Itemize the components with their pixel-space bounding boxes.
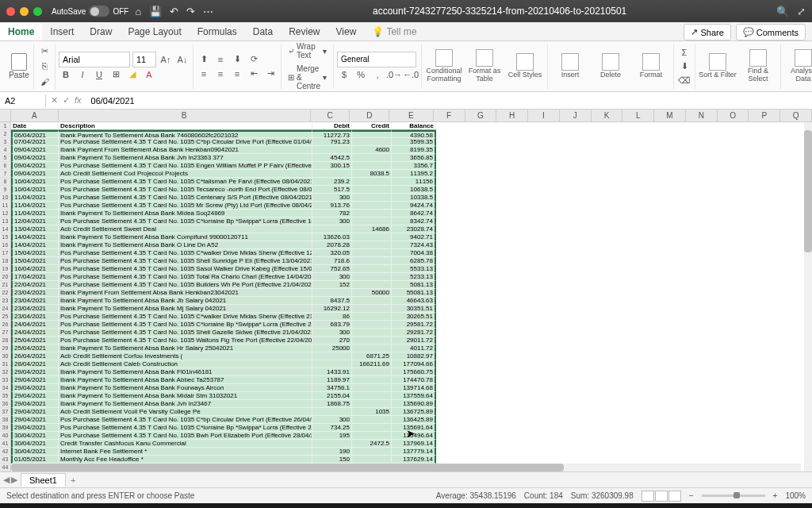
row-header[interactable]: 42 [0,448,11,456]
align-top-icon[interactable]: ⬆ [197,52,211,67]
border-icon[interactable]: ⊞ [109,67,123,82]
cell[interactable] [352,194,392,202]
search-icon[interactable]: 🔍 [776,6,789,17]
increase-decimal-icon[interactable]: .0→ [387,67,401,82]
row-header[interactable]: 27 [0,329,11,337]
cell[interactable]: 152 [312,281,352,289]
cell[interactable]: 190 [312,448,352,456]
cell[interactable]: Pos Purchase Settlement 4.35 T Card No. … [59,321,312,329]
cell[interactable]: 30/04/2021 [11,448,59,456]
cell[interactable]: 29/04/2021 [11,424,59,432]
cell[interactable]: 137779.14 [392,448,436,456]
cell[interactable]: 25000 [312,344,352,352]
sheet-tab[interactable]: Sheet1 [21,473,66,487]
cell[interactable]: Pos Purchase Settlement 4.35 T Card No. … [59,424,312,432]
number-format-select[interactable] [337,52,416,67]
find-select-button[interactable]: Find & Select [739,49,777,83]
cell[interactable]: 34756.1 [312,384,352,392]
cell[interactable]: 752.65 [312,265,352,273]
cell[interactable] [352,233,392,241]
cell[interactable]: 29/04/2021 [11,368,59,376]
cell[interactable]: 15/04/2021 [11,249,59,257]
minimize-icon[interactable] [20,7,29,16]
cell[interactable]: Acb Credit Settlement Corfou Investments… [59,352,312,360]
name-box[interactable]: A2 [0,94,46,107]
formula-input[interactable]: 06/04/2021 [86,94,812,107]
cell[interactable] [352,217,392,225]
cell[interactable]: 10/04/2021 [11,186,59,194]
cell[interactable]: 29/04/2021 [11,416,59,424]
cell[interactable]: 135691.64 [392,424,436,432]
cell[interactable]: 517.5 [312,186,352,194]
cell[interactable]: 135496.64 [392,432,436,440]
bold-button[interactable]: B [59,67,73,82]
save-icon[interactable]: 💾 [149,6,162,17]
row-header[interactable]: 36 [0,400,11,408]
cell[interactable]: 25/04/2021 [11,344,59,352]
cell[interactable] [352,130,392,138]
cell[interactable]: 3356.7 [392,162,436,170]
cell[interactable] [352,178,392,186]
cell[interactable]: Acb Credit Settlement Vcoll Pe Varsity C… [59,408,312,416]
cell[interactable]: 30/04/2021 [11,432,59,440]
conditional-formatting-button[interactable]: Conditional Formatting [425,49,463,83]
cell[interactable]: 300 [312,273,352,281]
cell[interactable]: 2078.28 [312,241,352,249]
cell[interactable]: Pos Purchase Settlement 4.35 T Card No. … [59,162,312,170]
tab-insert[interactable]: Insert [42,23,82,40]
tab-page-layout[interactable]: Page Layout [120,23,189,40]
decrease-font-icon[interactable]: A↓ [175,52,190,67]
redo-icon[interactable]: ↷ [186,6,195,17]
cell[interactable]: 7004.38 [392,249,436,257]
align-bottom-icon[interactable]: ⬇ [230,52,244,67]
more-icon[interactable]: ⋯ [203,6,213,17]
row-header[interactable]: 43 [0,456,11,464]
cell[interactable]: Ibank Payment To Settlement Absa Bank 74… [59,130,312,138]
comma-icon[interactable]: , [370,67,385,82]
clear-icon[interactable]: ⌫ [677,74,691,88]
cell[interactable] [312,170,352,178]
cell[interactable]: 29011.72 [392,337,436,344]
col-header[interactable]: O [718,110,749,122]
cell[interactable] [352,432,392,440]
row-header[interactable]: 40 [0,432,11,440]
cell[interactable]: Ibank Payment To Settlement Absa Bank Jv… [59,154,312,162]
merge-centre-button[interactable]: ⊞ Merge & Centre ▾ [285,63,330,92]
font-name-select[interactable] [59,52,130,67]
page-break-view-icon[interactable] [668,491,681,502]
cell[interactable]: 300 [312,416,352,424]
fill-icon[interactable]: ⬇ [677,60,691,74]
vertical-scrollbar[interactable] [804,122,812,471]
share-button[interactable]: ↗ Share [684,24,730,40]
row-header[interactable]: 35 [0,392,11,400]
cell[interactable]: Pos Purchase Settlement 4.35 T Card No. … [59,265,312,273]
cell[interactable]: 24/04/2021 [11,329,59,337]
cell[interactable] [352,281,392,289]
cell-styles-button[interactable]: Cell Styles [506,53,544,79]
col-header[interactable]: D [350,110,389,122]
currency-icon[interactable]: $ [337,67,351,82]
cell[interactable]: 8642.74 [392,210,436,217]
row-header[interactable]: 23 [0,297,11,305]
cell[interactable]: 1868.75 [312,400,352,408]
cell[interactable]: 13626.03 [312,233,352,241]
row-header[interactable]: 1 [0,122,11,130]
col-header[interactable]: G [465,110,497,122]
cell[interactable]: Pos Purchase Settlement 4.35 T Card No. … [59,178,312,186]
cell[interactable]: Ibank Payment From Settlement Absa Bank … [59,289,312,297]
tab-data[interactable]: Data [245,23,281,40]
cell[interactable]: Pos Purchase Settlement 4.35 T Card No. … [59,217,312,225]
maximize-icon[interactable] [33,7,42,16]
cell[interactable]: Ibank Payment To Settlement Absa Bank Co… [59,233,312,241]
cell[interactable]: Ibank Payment To Settlement Absa Bank Mi… [59,210,312,217]
cell[interactable] [352,384,392,392]
col-header[interactable]: E [389,110,434,122]
cell[interactable]: Pos Purchase Settlement 4.35 T Card No. … [59,337,312,344]
select-all-corner[interactable] [0,110,11,122]
comments-button[interactable]: 💬 Comments [736,24,806,40]
cell[interactable] [352,368,392,376]
cell[interactable]: 2472.5 [352,440,392,448]
cell[interactable]: 29/04/2021 [11,384,59,392]
cell[interactable]: 4011.72 [392,344,436,352]
cell[interactable]: 300 [312,217,352,225]
